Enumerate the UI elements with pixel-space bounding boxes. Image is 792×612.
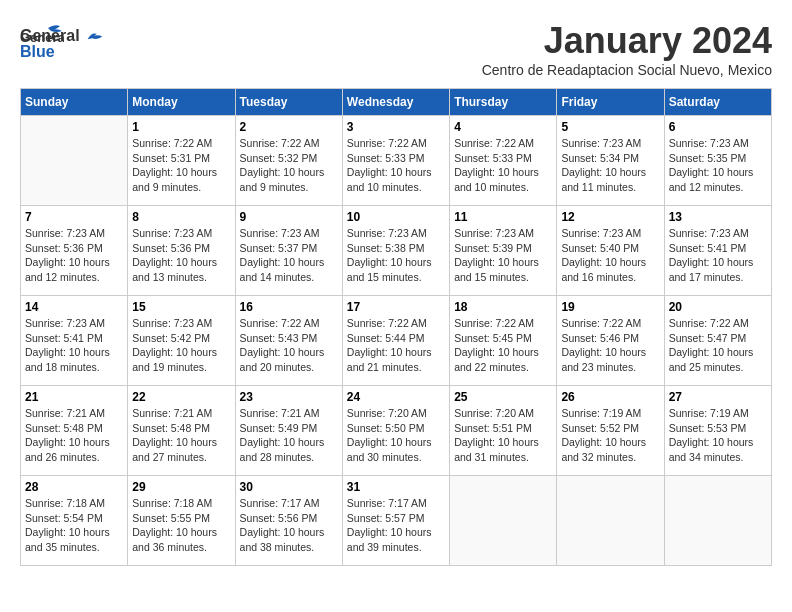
day-cell-31: 31Sunrise: 7:17 AMSunset: 5:57 PMDayligh… [342,476,449,566]
day-info: Sunrise: 7:19 AMSunset: 5:52 PMDaylight:… [561,406,659,465]
day-info: Sunrise: 7:22 AMSunset: 5:31 PMDaylight:… [132,136,230,195]
day-number: 24 [347,390,445,404]
day-cell-6: 6Sunrise: 7:23 AMSunset: 5:35 PMDaylight… [664,116,771,206]
day-cell-29: 29Sunrise: 7:18 AMSunset: 5:55 PMDayligh… [128,476,235,566]
day-number: 9 [240,210,338,224]
day-number: 29 [132,480,230,494]
day-cell-7: 7Sunrise: 7:23 AMSunset: 5:36 PMDaylight… [21,206,128,296]
month-title: January 2024 [482,20,772,62]
day-cell-17: 17Sunrise: 7:22 AMSunset: 5:44 PMDayligh… [342,296,449,386]
weekday-header-saturday: Saturday [664,89,771,116]
day-number: 8 [132,210,230,224]
day-number: 11 [454,210,552,224]
day-cell-3: 3Sunrise: 7:22 AMSunset: 5:33 PMDaylight… [342,116,449,206]
day-number: 25 [454,390,552,404]
day-cell-5: 5Sunrise: 7:23 AMSunset: 5:34 PMDaylight… [557,116,664,206]
day-info: Sunrise: 7:23 AMSunset: 5:41 PMDaylight:… [25,316,123,375]
logo: General General Blue [20,20,106,60]
day-info: Sunrise: 7:23 AMSunset: 5:39 PMDaylight:… [454,226,552,285]
day-info: Sunrise: 7:18 AMSunset: 5:54 PMDaylight:… [25,496,123,555]
day-cell-19: 19Sunrise: 7:22 AMSunset: 5:46 PMDayligh… [557,296,664,386]
day-info: Sunrise: 7:21 AMSunset: 5:48 PMDaylight:… [25,406,123,465]
day-number: 10 [347,210,445,224]
day-info: Sunrise: 7:23 AMSunset: 5:41 PMDaylight:… [669,226,767,285]
week-row-3: 14Sunrise: 7:23 AMSunset: 5:41 PMDayligh… [21,296,772,386]
day-info: Sunrise: 7:23 AMSunset: 5:35 PMDaylight:… [669,136,767,195]
week-row-2: 7Sunrise: 7:23 AMSunset: 5:36 PMDaylight… [21,206,772,296]
day-cell-26: 26Sunrise: 7:19 AMSunset: 5:52 PMDayligh… [557,386,664,476]
day-info: Sunrise: 7:17 AMSunset: 5:56 PMDaylight:… [240,496,338,555]
day-number: 26 [561,390,659,404]
day-info: Sunrise: 7:20 AMSunset: 5:50 PMDaylight:… [347,406,445,465]
day-info: Sunrise: 7:23 AMSunset: 5:36 PMDaylight:… [25,226,123,285]
day-info: Sunrise: 7:22 AMSunset: 5:33 PMDaylight:… [347,136,445,195]
week-row-1: 1Sunrise: 7:22 AMSunset: 5:31 PMDaylight… [21,116,772,206]
day-number: 21 [25,390,123,404]
day-cell-14: 14Sunrise: 7:23 AMSunset: 5:41 PMDayligh… [21,296,128,386]
day-number: 1 [132,120,230,134]
day-number: 12 [561,210,659,224]
day-number: 19 [561,300,659,314]
day-number: 22 [132,390,230,404]
day-info: Sunrise: 7:18 AMSunset: 5:55 PMDaylight:… [132,496,230,555]
day-number: 31 [347,480,445,494]
day-number: 27 [669,390,767,404]
day-number: 17 [347,300,445,314]
day-info: Sunrise: 7:23 AMSunset: 5:37 PMDaylight:… [240,226,338,285]
location-subtitle: Centro de Readaptacion Social Nuevo, Mex… [482,62,772,78]
day-cell-11: 11Sunrise: 7:23 AMSunset: 5:39 PMDayligh… [450,206,557,296]
weekday-header-monday: Monday [128,89,235,116]
weekday-header-row: SundayMondayTuesdayWednesdayThursdayFrid… [21,89,772,116]
day-info: Sunrise: 7:22 AMSunset: 5:44 PMDaylight:… [347,316,445,375]
weekday-header-thursday: Thursday [450,89,557,116]
svg-text:General: General [20,30,64,45]
day-cell-24: 24Sunrise: 7:20 AMSunset: 5:50 PMDayligh… [342,386,449,476]
weekday-header-friday: Friday [557,89,664,116]
day-cell-10: 10Sunrise: 7:23 AMSunset: 5:38 PMDayligh… [342,206,449,296]
day-info: Sunrise: 7:22 AMSunset: 5:47 PMDaylight:… [669,316,767,375]
day-info: Sunrise: 7:21 AMSunset: 5:48 PMDaylight:… [132,406,230,465]
day-info: Sunrise: 7:17 AMSunset: 5:57 PMDaylight:… [347,496,445,555]
day-cell-27: 27Sunrise: 7:19 AMSunset: 5:53 PMDayligh… [664,386,771,476]
day-info: Sunrise: 7:22 AMSunset: 5:33 PMDaylight:… [454,136,552,195]
calendar-table: SundayMondayTuesdayWednesdayThursdayFrid… [20,88,772,566]
day-info: Sunrise: 7:23 AMSunset: 5:42 PMDaylight:… [132,316,230,375]
day-number: 5 [561,120,659,134]
day-number: 14 [25,300,123,314]
day-cell-4: 4Sunrise: 7:22 AMSunset: 5:33 PMDaylight… [450,116,557,206]
day-cell-28: 28Sunrise: 7:18 AMSunset: 5:54 PMDayligh… [21,476,128,566]
empty-cell [557,476,664,566]
day-info: Sunrise: 7:19 AMSunset: 5:53 PMDaylight:… [669,406,767,465]
day-cell-30: 30Sunrise: 7:17 AMSunset: 5:56 PMDayligh… [235,476,342,566]
day-cell-9: 9Sunrise: 7:23 AMSunset: 5:37 PMDaylight… [235,206,342,296]
day-number: 20 [669,300,767,314]
day-cell-25: 25Sunrise: 7:20 AMSunset: 5:51 PMDayligh… [450,386,557,476]
day-info: Sunrise: 7:23 AMSunset: 5:38 PMDaylight:… [347,226,445,285]
day-cell-18: 18Sunrise: 7:22 AMSunset: 5:45 PMDayligh… [450,296,557,386]
day-info: Sunrise: 7:22 AMSunset: 5:45 PMDaylight:… [454,316,552,375]
day-number: 18 [454,300,552,314]
empty-cell [664,476,771,566]
day-number: 23 [240,390,338,404]
weekday-header-tuesday: Tuesday [235,89,342,116]
day-number: 2 [240,120,338,134]
day-number: 3 [347,120,445,134]
day-info: Sunrise: 7:23 AMSunset: 5:34 PMDaylight:… [561,136,659,195]
weekday-header-wednesday: Wednesday [342,89,449,116]
day-info: Sunrise: 7:22 AMSunset: 5:46 PMDaylight:… [561,316,659,375]
day-info: Sunrise: 7:22 AMSunset: 5:32 PMDaylight:… [240,136,338,195]
day-info: Sunrise: 7:22 AMSunset: 5:43 PMDaylight:… [240,316,338,375]
day-number: 4 [454,120,552,134]
day-cell-22: 22Sunrise: 7:21 AMSunset: 5:48 PMDayligh… [128,386,235,476]
day-number: 16 [240,300,338,314]
day-cell-20: 20Sunrise: 7:22 AMSunset: 5:47 PMDayligh… [664,296,771,386]
day-number: 6 [669,120,767,134]
day-cell-13: 13Sunrise: 7:23 AMSunset: 5:41 PMDayligh… [664,206,771,296]
day-number: 30 [240,480,338,494]
page-header: General General Blue January 2024 Centro… [20,20,772,78]
week-row-5: 28Sunrise: 7:18 AMSunset: 5:54 PMDayligh… [21,476,772,566]
day-cell-15: 15Sunrise: 7:23 AMSunset: 5:42 PMDayligh… [128,296,235,386]
title-section: January 2024 Centro de Readaptacion Soci… [482,20,772,78]
day-info: Sunrise: 7:20 AMSunset: 5:51 PMDaylight:… [454,406,552,465]
day-info: Sunrise: 7:23 AMSunset: 5:36 PMDaylight:… [132,226,230,285]
